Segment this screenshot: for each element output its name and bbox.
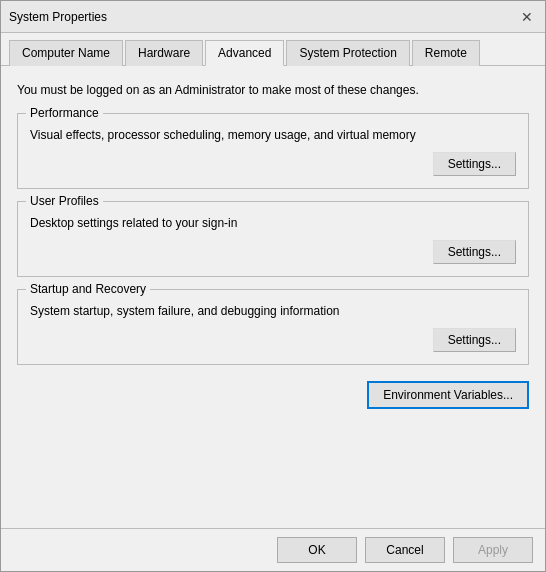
tab-remote[interactable]: Remote: [412, 40, 480, 66]
performance-description: Visual effects, processor scheduling, me…: [30, 126, 516, 144]
ok-button[interactable]: OK: [277, 537, 357, 563]
performance-settings-row: Settings...: [30, 152, 516, 176]
performance-group: Performance Visual effects, processor sc…: [17, 113, 529, 189]
performance-label: Performance: [26, 106, 103, 120]
tab-hardware[interactable]: Hardware: [125, 40, 203, 66]
tab-system-protection[interactable]: System Protection: [286, 40, 409, 66]
startup-recovery-description: System startup, system failure, and debu…: [30, 302, 516, 320]
cancel-button[interactable]: Cancel: [365, 537, 445, 563]
tab-bar: Computer Name Hardware Advanced System P…: [1, 33, 545, 66]
environment-variables-button[interactable]: Environment Variables...: [367, 381, 529, 409]
admin-info-text: You must be logged on as an Administrato…: [17, 78, 529, 107]
user-profiles-settings-button[interactable]: Settings...: [433, 240, 516, 264]
user-profiles-description: Desktop settings related to your sign-in: [30, 214, 516, 232]
tab-content: You must be logged on as an Administrato…: [1, 66, 545, 528]
startup-recovery-group: Startup and Recovery System startup, sys…: [17, 289, 529, 365]
apply-button[interactable]: Apply: [453, 537, 533, 563]
bottom-bar: OK Cancel Apply: [1, 528, 545, 571]
tab-computer-name[interactable]: Computer Name: [9, 40, 123, 66]
system-properties-window: System Properties ✕ Computer Name Hardwa…: [0, 0, 546, 572]
close-button[interactable]: ✕: [517, 7, 537, 27]
user-profiles-settings-row: Settings...: [30, 240, 516, 264]
startup-recovery-settings-button[interactable]: Settings...: [433, 328, 516, 352]
startup-recovery-settings-row: Settings...: [30, 328, 516, 352]
performance-settings-button[interactable]: Settings...: [433, 152, 516, 176]
startup-recovery-label: Startup and Recovery: [26, 282, 150, 296]
user-profiles-label: User Profiles: [26, 194, 103, 208]
user-profiles-group: User Profiles Desktop settings related t…: [17, 201, 529, 277]
env-variables-row: Environment Variables...: [17, 381, 529, 409]
title-bar: System Properties ✕: [1, 1, 545, 33]
tab-advanced[interactable]: Advanced: [205, 40, 284, 66]
window-title: System Properties: [9, 10, 107, 24]
